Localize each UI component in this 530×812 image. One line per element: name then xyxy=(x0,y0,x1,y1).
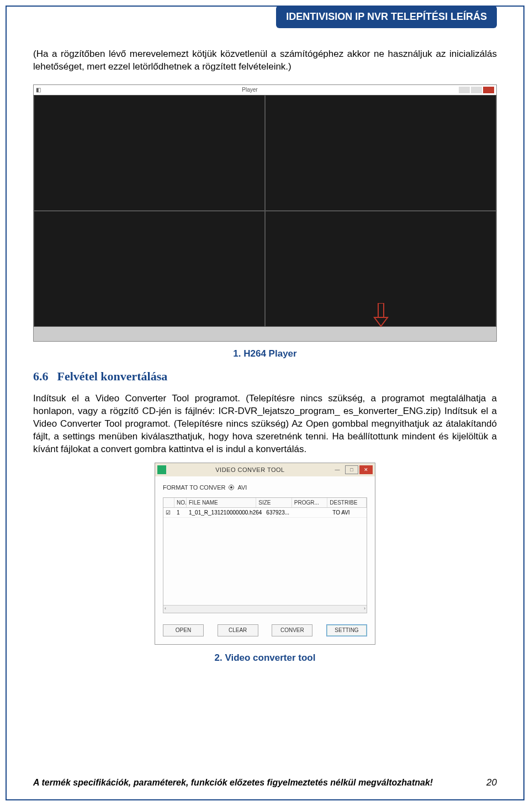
close-icon xyxy=(483,87,494,93)
figure-1-caption: 1. H264 Player xyxy=(33,348,497,359)
player-video-grid xyxy=(34,95,496,327)
avi-radio xyxy=(229,485,234,490)
minimize-icon xyxy=(459,87,470,93)
conver-button: CONVER xyxy=(272,624,312,636)
vct-title: VIDEO CONVER TOOL xyxy=(169,466,331,473)
svg-marker-1 xyxy=(374,317,388,326)
col-size: SIZE xyxy=(256,498,292,507)
col-progress: PROGR... xyxy=(292,498,328,507)
col-destribe: DESTRIBE xyxy=(327,498,367,507)
video-convert-tool-window: VIDEO CONVER TOOL — □ ✕ FORMAT TO CONVER… xyxy=(155,463,375,645)
app-icon xyxy=(157,465,166,474)
row-checkbox: ☑ xyxy=(163,508,174,517)
player-screenshot: ◧ Player xyxy=(33,84,497,342)
player-window-controls xyxy=(459,87,494,93)
open-button: OPEN xyxy=(163,624,204,636)
col-filename: FILE NAME xyxy=(187,498,256,507)
minimize-icon: — xyxy=(331,465,344,474)
format-label: FORMAT TO CONVER xyxy=(163,484,225,491)
player-titlebar: ◧ Player xyxy=(34,85,496,95)
svg-rect-0 xyxy=(378,303,384,317)
arrow-down-icon xyxy=(373,303,389,327)
clear-button: CLEAR xyxy=(218,624,258,636)
scrollbar: ‹› xyxy=(163,605,367,613)
player-app-icon: ◧ xyxy=(36,87,41,93)
player-window-title: Player xyxy=(41,87,459,93)
vct-format-row: FORMAT TO CONVER AVI xyxy=(163,484,367,491)
vct-titlebar: VIDEO CONVER TOOL — □ ✕ xyxy=(155,463,375,476)
page-number: 20 xyxy=(486,777,497,788)
video-pane xyxy=(34,95,265,211)
player-bottom-toolbar xyxy=(34,327,496,341)
maximize-icon: □ xyxy=(345,465,358,474)
maximize-icon xyxy=(471,87,482,93)
header-badge: IDENTIVISION IP NVR TELEPÍTÉSI LEÍRÁS xyxy=(276,6,497,28)
table-row: ☑ 1 1_01_R_131210000000.h264 637923... T… xyxy=(163,508,367,518)
close-icon: ✕ xyxy=(359,465,373,474)
video-pane xyxy=(34,211,265,327)
figure-2-caption: 2. Video converter tool xyxy=(33,652,497,664)
section-heading: 6.6Felvétel konvertálása xyxy=(33,369,497,384)
col-no: NO. xyxy=(174,498,187,507)
intro-paragraph: (Ha a rögzítőben lévő merevelemezt kötjü… xyxy=(33,48,497,73)
avi-label: AVI xyxy=(237,484,247,491)
body-paragraph: Indítsuk el a Video Converter Tool progr… xyxy=(33,392,497,456)
footer-text: A termék specifikációk, paraméterek, fun… xyxy=(33,778,433,788)
video-pane xyxy=(265,95,496,211)
setting-button: SETTING xyxy=(326,624,367,636)
vct-file-table: NO. FILE NAME SIZE PROGR... DESTRIBE ☑ 1… xyxy=(163,497,367,613)
video-pane xyxy=(265,211,496,327)
